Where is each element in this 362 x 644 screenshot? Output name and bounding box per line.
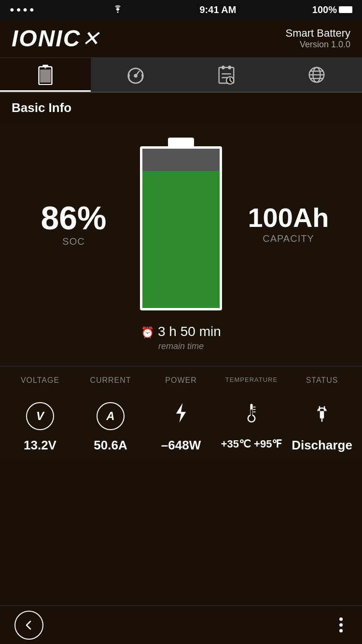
capacity-block: 100Ah CAPACITY xyxy=(224,204,352,244)
voltage-circle-icon: V xyxy=(26,402,54,430)
stat-col-temperature: TEMPERATURE xyxy=(216,376,287,392)
battery-fill xyxy=(142,171,220,308)
battery-tab-icon xyxy=(35,65,56,85)
battery-status: 100% xyxy=(312,4,352,15)
tab-history[interactable] xyxy=(181,58,272,92)
current-circle-icon: A xyxy=(97,402,125,430)
battery-outer xyxy=(140,146,222,310)
plug-icon xyxy=(311,402,333,423)
temperature-label: TEMPERATURE xyxy=(216,376,287,383)
power-label: POWER xyxy=(146,376,216,385)
more-dot-1 xyxy=(339,617,343,621)
remain-time-text: 3 h 50 min xyxy=(158,324,221,339)
svg-point-5 xyxy=(135,75,137,77)
stats-icons-row: V A xyxy=(0,402,362,430)
bolt-icon xyxy=(170,402,192,423)
tab-bar xyxy=(0,58,362,93)
tab-gauge[interactable] xyxy=(91,58,181,92)
svg-point-21 xyxy=(249,416,254,421)
history-tab-icon xyxy=(216,65,237,85)
stat-col-current: CURRENT xyxy=(75,376,146,392)
version-label: Version 1.0.0 xyxy=(286,40,350,50)
soc-block: 86% SOC xyxy=(10,201,138,247)
remain-label: remain time xyxy=(0,341,362,351)
stat-col-voltage: VOLTAGE xyxy=(5,376,75,392)
logo-text: IONIC xyxy=(12,25,81,52)
voltage-label: VOLTAGE xyxy=(5,376,75,385)
remain-section: ⏰ 3 h 50 min remain time xyxy=(0,315,362,366)
back-button[interactable] xyxy=(14,611,43,640)
battery-percent: 100% xyxy=(312,4,337,15)
battery-tip-icon xyxy=(340,7,342,11)
status-bar: ●●●● 9:41 AM 100% xyxy=(0,0,362,19)
main-content: 86% SOC 100Ah CAPACITY ⏰ 3 h 50 min rema… xyxy=(0,123,362,458)
back-chevron-icon xyxy=(23,619,35,631)
app-logo: IONIC ✕ xyxy=(12,25,99,52)
temperature-value: +35℃ +95℉ xyxy=(216,438,287,453)
section-title-text: Basic Info xyxy=(12,100,71,115)
soc-value: 86% xyxy=(10,201,138,234)
tab-basic-info[interactable] xyxy=(0,58,91,92)
voltage-value: 13.2V xyxy=(5,438,75,453)
soc-label: SOC xyxy=(10,236,138,247)
current-label: CURRENT xyxy=(75,376,146,385)
bottom-nav xyxy=(0,605,362,644)
battery-section: 86% SOC 100Ah CAPACITY xyxy=(0,123,362,315)
wifi-icon xyxy=(112,4,124,15)
gauge-tab-icon xyxy=(125,65,146,85)
current-value: 50.6A xyxy=(75,438,146,453)
battery-nub xyxy=(168,138,194,146)
power-icon-col xyxy=(146,402,216,430)
status-icon-col xyxy=(287,402,357,430)
app-header: IONIC ✕ Smart Battery Version 1.0.0 xyxy=(0,19,362,58)
more-dot-2 xyxy=(339,623,343,627)
svg-rect-7 xyxy=(222,66,224,70)
battery-body-icon xyxy=(339,6,352,13)
battery-empty-zone xyxy=(142,149,220,171)
section-title: Basic Info xyxy=(0,93,362,123)
status-time: 9:41 AM xyxy=(199,4,236,15)
capacity-value: 100Ah xyxy=(224,204,352,231)
svg-rect-8 xyxy=(228,66,231,70)
power-value: –648W xyxy=(146,438,216,453)
globe-tab-icon xyxy=(306,65,327,85)
temperature-icon-col xyxy=(216,402,287,430)
status-label: STATUS xyxy=(287,376,357,385)
svg-rect-2 xyxy=(40,70,51,83)
clock-icon: ⏰ xyxy=(141,326,154,338)
current-icon-col: A xyxy=(75,402,146,430)
capacity-label: CAPACITY xyxy=(224,233,352,244)
smart-battery-label: Smart Battery xyxy=(286,27,350,40)
voltage-icon-col: V xyxy=(5,402,75,430)
svg-rect-25 xyxy=(320,411,324,419)
stats-section: VOLTAGE CURRENT POWER TEMPERATURE STATUS… xyxy=(0,366,362,458)
signal-dots: ●●●● xyxy=(10,5,36,14)
logo-x-icon: ✕ xyxy=(82,26,99,51)
stat-col-power: POWER xyxy=(146,376,216,392)
stats-labels-row: VOLTAGE CURRENT POWER TEMPERATURE STATUS xyxy=(0,376,362,392)
remain-time-value: ⏰ 3 h 50 min xyxy=(0,324,362,339)
thermometer-icon xyxy=(241,402,262,423)
more-dot-3 xyxy=(339,629,343,632)
tab-web[interactable] xyxy=(272,58,362,92)
svg-marker-17 xyxy=(176,403,186,423)
status-value: Discharge xyxy=(287,438,357,453)
stats-values-row: 13.2V 50.6A –648W +35℃ +95℉ Discharge xyxy=(0,438,362,453)
stat-col-status: STATUS xyxy=(287,376,357,392)
battery-graphic xyxy=(138,138,224,310)
more-button[interactable] xyxy=(334,613,348,637)
app-title: Smart Battery Version 1.0.0 xyxy=(286,27,350,50)
